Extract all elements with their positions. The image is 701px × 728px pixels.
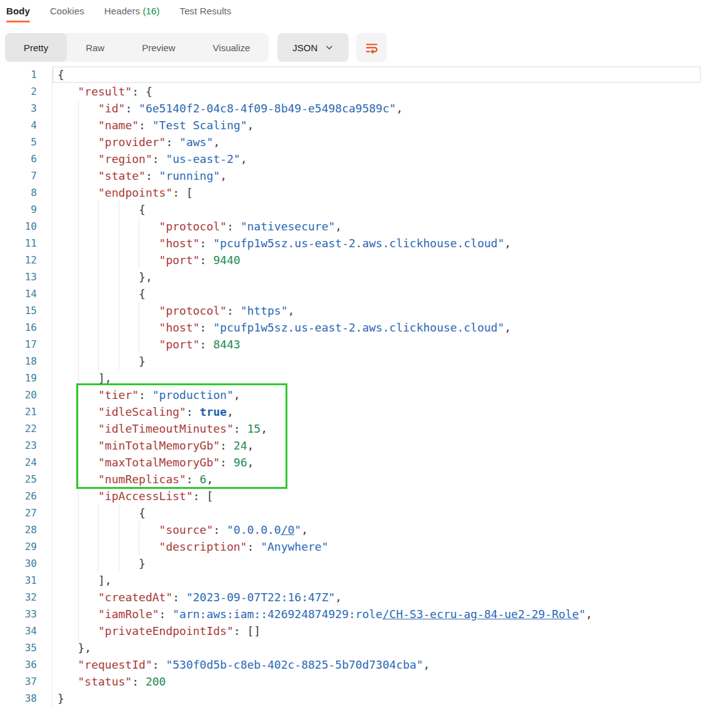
chevron-down-icon	[325, 43, 334, 52]
code-line[interactable]: 30 }	[0, 555, 701, 572]
code-line[interactable]: 15 "protocol": "https",	[0, 302, 701, 319]
tab-test-results[interactable]: Test Results	[180, 6, 232, 16]
wrap-lines-button[interactable]	[356, 33, 387, 62]
code-line[interactable]: 9 {	[0, 201, 701, 218]
code-line[interactable]: 17 "port": 8443	[0, 336, 701, 353]
code-token: "idleScaling"	[98, 405, 186, 418]
tab-headers[interactable]: Headers (16)	[104, 6, 160, 16]
format-select-dropdown[interactable]: JSON	[277, 33, 349, 62]
indent-guide	[78, 218, 79, 235]
indent-guide	[78, 117, 79, 134]
code-line[interactable]: 27 {	[0, 504, 701, 521]
code-line[interactable]: 8 "endpoints": [	[0, 184, 701, 201]
code-line[interactable]: 2 "result": {	[0, 83, 701, 100]
link-text[interactable]: /CH-S3-ecru-ag-84-ue2-29-Role	[382, 607, 579, 621]
line-number: 25	[0, 471, 52, 488]
line-number: 9	[0, 201, 52, 218]
code-line[interactable]: 23 "minTotalMemoryGb": 24,	[0, 437, 701, 454]
code-line[interactable]: 13 },	[0, 268, 701, 285]
code-content: "ipAccessList": [	[52, 488, 701, 504]
line-number: 5	[0, 134, 52, 150]
code-token: "requestId"	[78, 658, 152, 671]
code-token: ,	[335, 591, 342, 604]
code-token: "privateEndpointIds"	[98, 624, 234, 637]
code-line[interactable]: 16 "host": "pcufp1w5sz.us-east-2.aws.cli…	[0, 319, 701, 336]
tab-cookies-label: Cookies	[50, 6, 84, 16]
code-token: ,	[206, 473, 213, 486]
code-token: :	[200, 338, 214, 351]
view-raw-button[interactable]: Raw	[67, 33, 123, 62]
code-line[interactable]: 22 "idleTimeoutMinutes": 15,	[0, 420, 701, 437]
code-token: "result"	[78, 85, 132, 98]
code-line[interactable]: 12 "port": 9440	[0, 252, 701, 268]
code-line[interactable]: 10 "protocol": "nativesecure",	[0, 218, 701, 235]
view-visualize-label: Visualize	[213, 42, 251, 53]
code-line[interactable]: 3 "id": "6e5140f2-04c8-4f09-8b49-e5498ca…	[0, 100, 701, 117]
code-token: ,	[287, 304, 294, 317]
code-token: "maxTotalMemoryGb"	[98, 456, 220, 469]
link-text[interactable]: /0	[281, 523, 295, 536]
code-token: ,	[261, 422, 267, 435]
code-line[interactable]: 19 ],	[0, 370, 701, 386]
code-line[interactable]: 6 "region": "us-east-2",	[0, 150, 701, 167]
code-content: }	[52, 690, 701, 707]
code-line[interactable]: 1{	[0, 66, 701, 83]
view-preview-button[interactable]: Preview	[123, 33, 194, 62]
indent-guide	[78, 100, 79, 117]
code-line[interactable]: 28 "source": "0.0.0.0/0",	[0, 521, 701, 538]
indent-guide	[119, 218, 119, 235]
code-line[interactable]: 25 "numReplicas": 6,	[0, 471, 701, 488]
code-line[interactable]: 5 "provider": "aws",	[0, 134, 701, 150]
code-token: {	[57, 68, 64, 81]
indent-guide	[78, 150, 79, 167]
code-token: :	[152, 152, 166, 165]
line-number: 15	[0, 302, 52, 319]
code-line[interactable]: 21 "idleScaling": true,	[0, 403, 701, 420]
code-line[interactable]: 4 "name": "Test Scaling",	[0, 117, 701, 134]
code-token: "host"	[159, 237, 200, 250]
code-line[interactable]: 24 "maxTotalMemoryGb": 96,	[0, 454, 701, 471]
code-line[interactable]: 32 "createdAt": "2023-09-07T22:16:47Z",	[0, 589, 701, 606]
active-tab-underline	[6, 21, 30, 22]
code-line[interactable]: 36 "requestId": "530f0d5b-c8eb-402c-8825…	[0, 656, 701, 673]
code-line[interactable]: 37 "status": 200	[0, 673, 701, 690]
code-token: : [	[172, 186, 193, 199]
code-line[interactable]: 31 ],	[0, 572, 701, 589]
code-content: "id": "6e5140f2-04c8-4f09-8b49-e5498ca95…	[52, 100, 701, 117]
line-number: 1	[0, 66, 52, 83]
code-line[interactable]: 34 "privateEndpointIds": []	[0, 622, 701, 639]
view-pretty-button[interactable]: Pretty	[5, 33, 67, 62]
code-token: "	[579, 607, 586, 621]
code-token: ],	[98, 371, 112, 385]
code-line[interactable]: 29 "description": "Anywhere"	[0, 538, 701, 555]
code-line[interactable]: 18 }	[0, 353, 701, 370]
code-line[interactable]: 20 "tier": "production",	[0, 386, 701, 403]
tab-body[interactable]: Body	[6, 6, 30, 16]
code-token: 200	[146, 675, 166, 688]
code-token: :	[247, 540, 261, 553]
code-line[interactable]: 7 "state": "running",	[0, 167, 701, 184]
code-line[interactable]: 11 "host": "pcufp1w5sz.us-east-2.aws.cli…	[0, 235, 701, 252]
code-line[interactable]: 14 {	[0, 285, 701, 302]
line-number: 33	[0, 606, 52, 622]
indent-guide	[78, 420, 79, 437]
response-tabs: Body Cookies Headers (16) Test Results	[6, 0, 231, 16]
code-editor[interactable]: 1{2 "result": {3 "id": "6e5140f2-04c8-4f…	[0, 66, 701, 707]
code-line[interactable]: 35 },	[0, 639, 701, 656]
code-line[interactable]: 38}	[0, 690, 701, 707]
line-number: 37	[0, 673, 52, 690]
line-number: 4	[0, 117, 52, 134]
line-number: 23	[0, 437, 52, 454]
code-token: ],	[98, 574, 112, 587]
tab-cookies[interactable]: Cookies	[50, 6, 84, 16]
code-token: :	[146, 169, 159, 182]
code-token: "endpoints"	[98, 186, 172, 199]
code-content: }	[52, 555, 701, 572]
indent-guide	[139, 252, 139, 268]
code-line[interactable]: 33 "iamRole": "arn:aws:iam::426924874929…	[0, 606, 701, 622]
line-number: 26	[0, 488, 52, 504]
code-token: :	[132, 675, 146, 688]
code-token: "nativesecure"	[241, 220, 336, 233]
code-line[interactable]: 26 "ipAccessList": [	[0, 488, 701, 504]
view-visualize-button[interactable]: Visualize	[194, 33, 269, 62]
